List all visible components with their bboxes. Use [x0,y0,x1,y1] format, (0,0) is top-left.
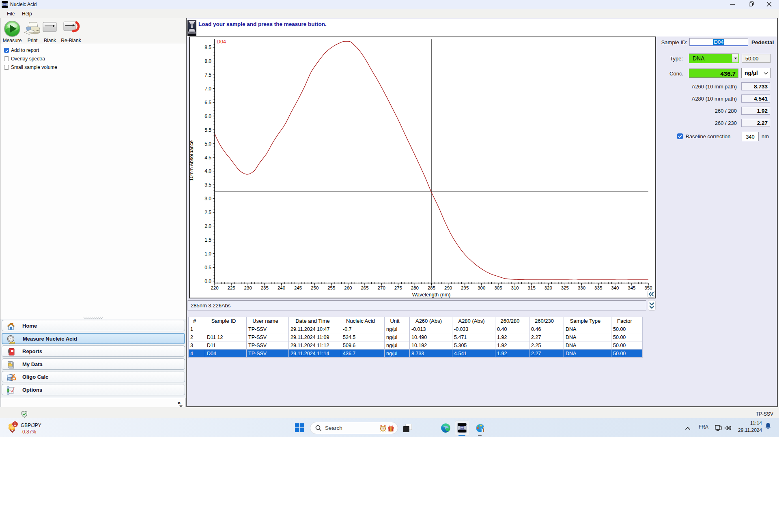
svg-text:1.0: 1.0 [204,251,211,257]
svg-text:350: 350 [644,285,652,290]
svg-text:4.5: 4.5 [204,155,211,161]
svg-text:295: 295 [461,285,469,290]
svg-text:Wavelength (nm): Wavelength (nm) [412,292,451,298]
svg-text:4.0: 4.0 [204,168,211,174]
svg-text:225: 225 [228,285,235,290]
svg-text:285: 285 [428,285,435,290]
svg-text:5.5: 5.5 [204,127,211,133]
svg-text:220: 220 [211,285,218,290]
svg-text:305: 305 [494,285,502,290]
svg-text:5.0: 5.0 [204,141,211,147]
svg-text:0.5: 0.5 [204,265,211,270]
svg-text:7.5: 7.5 [204,72,211,78]
svg-text:1.5: 1.5 [204,237,211,243]
svg-text:255: 255 [327,285,335,290]
svg-text:300: 300 [478,285,485,290]
svg-text:260: 260 [344,285,352,290]
svg-text:0.0: 0.0 [204,279,211,284]
svg-text:D04: D04 [217,39,226,45]
svg-text:270: 270 [378,285,385,290]
svg-text:275: 275 [394,285,402,290]
svg-text:2.5: 2.5 [204,210,211,215]
svg-text:8.5: 8.5 [204,45,211,50]
svg-text:265: 265 [361,285,368,290]
svg-text:310: 310 [511,285,519,290]
svg-text:7.0: 7.0 [204,86,211,92]
svg-text:10mm Absorbance: 10mm Absorbance [189,140,194,181]
svg-text:340: 340 [611,285,619,290]
svg-text:245: 245 [294,285,302,290]
svg-text:330: 330 [578,285,585,290]
svg-text:345: 345 [628,285,635,290]
svg-text:335: 335 [594,285,602,290]
svg-text:315: 315 [528,285,536,290]
svg-text:230: 230 [244,285,252,290]
svg-text:6.5: 6.5 [204,100,211,105]
svg-text:320: 320 [544,285,552,290]
svg-text:8.0: 8.0 [204,58,211,64]
svg-text:3.5: 3.5 [204,182,211,188]
svg-text:2.0: 2.0 [204,223,211,229]
svg-text:290: 290 [444,285,452,290]
svg-text:235: 235 [261,285,269,290]
svg-text:3.0: 3.0 [204,196,211,202]
svg-text:6.0: 6.0 [204,114,211,119]
svg-text:325: 325 [561,285,569,290]
svg-text:240: 240 [278,285,285,290]
svg-text:250: 250 [311,285,318,290]
svg-text:280: 280 [411,285,419,290]
